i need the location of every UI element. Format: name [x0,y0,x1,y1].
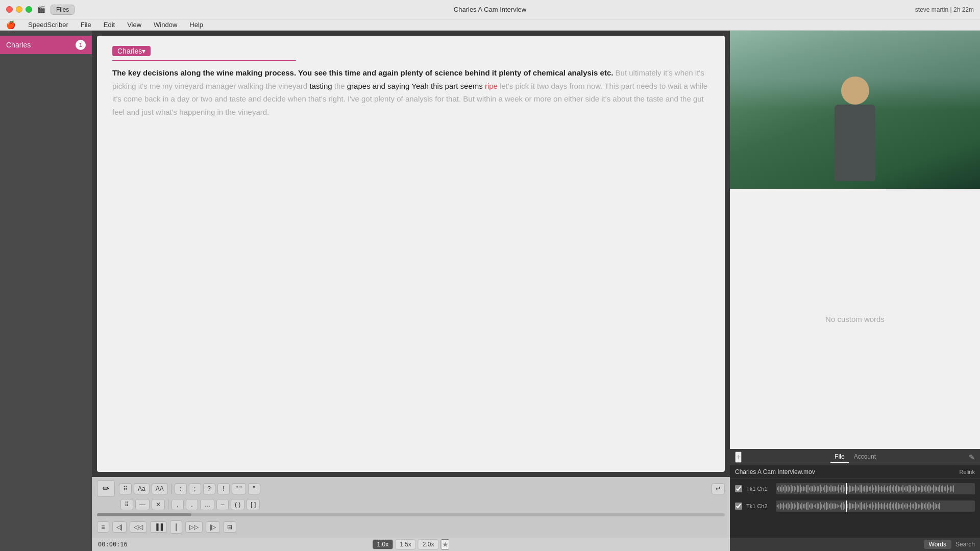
toolbar-delete-btn[interactable]: ✕ [152,499,165,510]
no-custom-words-label: No custom words [825,315,885,323]
menu-window[interactable]: Window [152,21,179,29]
tab-file[interactable]: File [830,451,848,463]
playhead-1 [846,483,847,494]
toolbar-brackets-btn[interactable]: [ ] [247,499,260,510]
custom-words-panel: No custom words [730,189,980,449]
next-sentence-btn[interactable]: |▷ [206,521,220,533]
speaker-name: Charles [117,47,142,55]
audio-tracks: Tk1 Ch1 Tk1 Ch2 [730,479,980,538]
titlebar: 🎬 Files Charles A Cam Interview steve ma… [0,0,980,19]
toolbar-row-1: ✏ ⠿ Aa AA : ; ? ! " " '' ↵ [97,480,725,497]
forward-btn[interactable]: ▷▷ [185,521,203,533]
words-button[interactable]: Words [924,540,951,549]
right-panel: No custom words + File Account ✎ Charles… [730,31,980,551]
files-button[interactable]: Files [51,5,75,15]
track-1-waveform [776,483,975,494]
file-name-row: Charles A Cam Interview.mov Relink [730,465,980,479]
tab-account[interactable]: Account [850,451,880,463]
toolbar-comma-btn[interactable]: , [172,499,184,510]
pencil-button[interactable]: ✏ [97,480,115,497]
edit-icon[interactable]: ✎ [969,453,975,461]
menu-edit[interactable]: Edit [102,21,117,29]
sidebar: Charles 1 [0,31,92,551]
toolbar-dash-btn[interactable]: — [135,499,150,510]
left-content: Charles ▾ The key decisions along the wi… [92,31,730,551]
track-2-checkbox[interactable] [735,503,742,510]
cursor-btn[interactable]: | [170,520,182,534]
document-title: Charles A Cam Interview [454,6,526,13]
right-status-bar: Words Search [730,538,980,551]
content-wrapper: Charles ▾ The key decisions along the wi… [92,31,980,551]
speed-2x-btn[interactable]: 2.0x [418,539,439,549]
toolbar-question-btn[interactable]: ? [203,483,215,494]
transcript-text[interactable]: The key decisions along the wine making … [112,66,709,118]
extra-btn[interactable]: ⊟ [223,521,236,533]
prev-sentence-btn[interactable]: ◁| [112,521,127,533]
waveform-bars-1 [776,483,975,494]
toolbar-dquote-btn[interactable]: " " [232,483,246,494]
toolbar-grid2-btn[interactable]: ⠿ [120,499,133,510]
toolbar-semicolon-btn[interactable]: ; [189,483,201,494]
track-2: Tk1 Ch2 [735,498,975,514]
progress-fill [97,513,191,516]
right-bottom-panel: + File Account ✎ Charles A Cam Interview… [730,449,980,551]
playhead-2 [846,500,847,512]
toolbar-aa-btn[interactable]: Aa [134,483,150,494]
video-background [730,31,980,189]
progress-bar[interactable] [97,513,725,516]
menu-file[interactable]: File [79,21,93,29]
timecode: 00:00:16 [98,541,128,548]
video-preview [730,31,980,189]
status-bar: 00:00:16 1.0x 1.5x 2.0x ★ [92,538,730,551]
separator-2 [168,499,168,510]
waveform-bars-2 [776,500,975,512]
bottom-toolbar: ✏ ⠿ Aa AA : ; ? ! " " '' ↵ [92,477,730,538]
toolbar-endash-btn[interactable]: – [216,499,229,510]
minimize-button[interactable] [16,6,22,13]
back-btn[interactable]: ◁◁ [130,521,147,533]
speed-1x-btn[interactable]: 1.0x [372,539,393,549]
text-segment-ripe: ripe [483,82,498,90]
track-2-waveform [776,500,975,512]
track-1-checkbox[interactable] [735,485,742,492]
menu-speedscriber[interactable]: SpeedScriber [26,21,70,29]
relink-button[interactable]: Relink [959,469,975,475]
toolbar-row-2: ⠿ — ✕ , . … – ( ) [ ] [97,499,725,510]
right-bottom-tabs: + File Account ✎ [730,449,980,465]
toolbar-AA-btn[interactable]: AA [152,483,168,494]
track-1-label: Tk1 Ch1 [746,486,772,492]
tab-group: File Account [830,451,880,463]
apple-menu[interactable]: 🍎 [4,20,18,30]
app-icon: 🎬 [37,6,45,14]
playback-controls: ≡ ◁| ◁◁ ▐▐ | ▷▷ |▷ ⊟ [97,519,725,535]
speaker-tag[interactable]: Charles ▾ [112,46,151,56]
separator-1 [171,484,172,494]
sidebar-label: Charles [6,41,31,49]
speed-15x-btn[interactable]: 1.5x [395,539,416,549]
transcript-container[interactable]: Charles ▾ The key decisions along the wi… [97,36,725,472]
text-segment-grapes: grapes and saying Yeah this part seems [347,82,483,90]
toolbar-exclaim-btn[interactable]: ! [217,483,230,494]
traffic-lights [6,6,32,13]
toolbar-squote-btn[interactable]: '' [248,483,260,494]
main-layout: Charles 1 Charles ▾ The key decisions al… [0,31,980,551]
toolbar-period-btn[interactable]: . [186,499,198,510]
toolbar-return-btn[interactable]: ↵ [712,483,725,494]
menu-help[interactable]: Help [187,21,205,29]
search-button[interactable]: Search [955,541,975,548]
star-btn[interactable]: ★ [441,539,450,549]
track-2-label: Tk1 Ch2 [746,503,772,509]
menu-view[interactable]: View [125,21,143,29]
toolbar-parens-btn[interactable]: ( ) [231,499,244,510]
menu-btn[interactable]: ≡ [97,521,109,533]
toolbar-ellipsis-btn[interactable]: … [200,499,214,510]
pause-btn[interactable]: ▐▐ [150,521,167,533]
toolbar-colon-btn[interactable]: : [175,483,187,494]
add-button[interactable]: + [735,452,742,463]
speaker-underline [112,60,296,61]
sidebar-item-charles[interactable]: Charles 1 [0,36,92,54]
toolbar-grid-btn[interactable]: ⠿ [119,483,132,494]
close-button[interactable] [6,6,13,13]
maximize-button[interactable] [26,6,32,13]
speed-controls: 1.0x 1.5x 2.0x ★ [372,539,449,549]
